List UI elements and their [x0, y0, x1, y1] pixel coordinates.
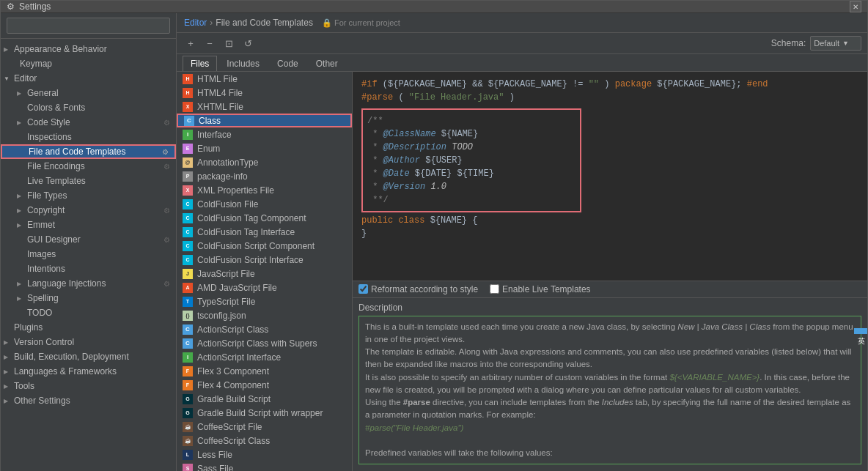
tab-code[interactable]: Code: [269, 56, 306, 71]
file-item-flex3[interactable]: F Flex 3 Component: [177, 364, 352, 378]
sidebar-item-langs-frameworks[interactable]: ▶ Languages & Frameworks: [1, 364, 176, 379]
sidebar-item-copyright[interactable]: ▶ Copyright ⚙: [1, 203, 176, 218]
add-button[interactable]: +: [183, 36, 199, 51]
sidebar-item-lang-injections[interactable]: ▶ Language Injections ⚙: [1, 276, 176, 291]
file-item-cf-script-int[interactable]: C ColdFusion Script Interface: [177, 253, 352, 267]
tab-files[interactable]: Files: [183, 56, 217, 71]
for-project-badge: 🔒 For current project: [322, 18, 400, 28]
file-item-as-class-supers[interactable]: C ActionScript Class with Supers: [177, 336, 352, 350]
reformat-checkbox[interactable]: Reformat according to style: [358, 284, 478, 294]
file-item-ts[interactable]: T TypeScript File: [177, 294, 352, 308]
tab-includes[interactable]: Includes: [218, 56, 268, 71]
titlebar: ⚙ Settings ✕: [1, 1, 867, 13]
file-item-cf-tag-int[interactable]: C ColdFusion Tag Interface: [177, 225, 352, 239]
sidebar-item-live-templates[interactable]: Live Templates: [1, 174, 176, 188]
file-item-cf-file[interactable]: C ColdFusion File: [177, 197, 352, 211]
arrow-appearance: ▶: [4, 46, 11, 53]
reformat-label: Reformat according to style: [371, 284, 478, 294]
file-item-tsconfig[interactable]: {} tsconfig.json: [177, 308, 352, 322]
file-item-package-info[interactable]: P package-info: [177, 169, 352, 183]
code-closing-brace: }: [361, 227, 858, 240]
interface-icon: I: [183, 130, 193, 140]
file-item-as-class[interactable]: C ActionScript Class: [177, 322, 352, 336]
sidebar-item-spelling[interactable]: ▶ Spelling: [1, 291, 176, 305]
file-item-enum[interactable]: E Enum: [177, 141, 352, 155]
sidebar-item-file-code-templates[interactable]: File and Code Templates ⚙: [1, 144, 176, 159]
file-item-js[interactable]: J JavaScript File: [177, 267, 352, 281]
reset-button[interactable]: ↺: [240, 36, 256, 51]
file-item-html4[interactable]: H HTML4 File: [177, 86, 352, 100]
sidebar-item-build[interactable]: ▶ Build, Execution, Deployment: [1, 349, 176, 364]
file-item-flex4[interactable]: F Flex 4 Component: [177, 378, 352, 392]
schema-dropdown[interactable]: Default ▼: [810, 36, 861, 51]
sidebar-item-other-settings[interactable]: ▶ Other Settings: [1, 393, 176, 408]
lang-badge[interactable]: 英: [854, 328, 867, 334]
sidebar-item-tools[interactable]: ▶ Tools: [1, 379, 176, 393]
tab-other[interactable]: Other: [308, 56, 346, 71]
code-line2: #parse ( "File Header.java" ): [361, 91, 858, 104]
coffee-icon: ☕: [183, 422, 193, 432]
sidebar-label-general: General: [27, 88, 59, 98]
file-item-cf-script-comp[interactable]: C ColdFusion Script Component: [177, 239, 352, 253]
content: ▶ Appearance & Behavior Keymap ▼ Editor …: [1, 13, 867, 471]
sidebar-item-vcs[interactable]: ▶ Version Control: [1, 335, 176, 349]
cf-tag-comp-icon: C: [183, 213, 193, 223]
sidebar-item-gui-designer[interactable]: GUI Designer ⚙: [1, 232, 176, 247]
sidebar-label-editor: Editor: [14, 73, 37, 84]
sidebar-item-codestyle[interactable]: ▶ Code Style ⚙: [1, 115, 176, 130]
search-input[interactable]: [7, 18, 170, 34]
file-item-less[interactable]: L Less File: [177, 448, 352, 461]
file-list: H HTML File H HTML4 File X XHTML File: [177, 72, 353, 471]
file-item-coffeescript[interactable]: ☕ CoffeeScript File: [177, 420, 352, 434]
file-item-as-interface[interactable]: I ActionScript Interface: [177, 350, 352, 364]
sidebar-label-live-templates: Live Templates: [27, 176, 86, 186]
as-class-icon: C: [183, 324, 193, 335]
copy-button[interactable]: ⊡: [221, 36, 237, 51]
sidebar-item-inspections[interactable]: Inspections: [1, 130, 176, 144]
flex4-icon: F: [183, 380, 193, 390]
javadoc-version: * @Version 1.0: [367, 180, 575, 193]
description-content: This is a built-in template used each ti…: [358, 316, 861, 465]
file-name-coffeescript-class: CoffeeScript Class: [197, 436, 270, 446]
as-interface-icon: I: [183, 352, 193, 363]
sidebar-item-editor[interactable]: ▼ Editor: [1, 71, 176, 86]
file-name-interface: Interface: [197, 130, 232, 140]
file-item-gradle-wrapper[interactable]: G Gradle Build Script with wrapper: [177, 406, 352, 420]
html-icon: H: [183, 74, 193, 84]
description-label: Description: [358, 303, 861, 313]
sidebar-item-intentions[interactable]: Intentions: [1, 262, 176, 276]
js-icon: J: [183, 269, 193, 279]
sidebar-item-encodings[interactable]: File Encodings ⚙: [1, 159, 176, 174]
code-editor[interactable]: #if (${PACKAGE_NAME} && ${PACKAGE_NAME} …: [353, 72, 867, 281]
sidebar-item-emmet[interactable]: ▶ Emmet: [1, 218, 176, 232]
file-item-gradle[interactable]: G Gradle Build Script: [177, 392, 352, 406]
sidebar-item-general[interactable]: ▶ General: [1, 86, 176, 100]
enable-live-checkbox[interactable]: Enable Live Templates: [490, 284, 591, 294]
sidebar-item-appearance[interactable]: ▶ Appearance & Behavior: [1, 42, 176, 56]
sidebar-item-file-types[interactable]: ▶ File Types: [1, 188, 176, 203]
file-item-sass[interactable]: S Sass File: [177, 461, 352, 471]
file-item-xhtml[interactable]: X XHTML File: [177, 100, 352, 114]
sidebar-item-todo[interactable]: TODO: [1, 305, 176, 320]
close-button[interactable]: ✕: [850, 1, 861, 12]
remove-button[interactable]: −: [202, 36, 218, 51]
sidebar-item-plugins[interactable]: Plugins: [1, 320, 176, 335]
file-item-amd-js[interactable]: A AMD JavaScript File: [177, 281, 352, 294]
enable-live-check-input[interactable]: [490, 284, 499, 294]
reformat-check-input[interactable]: [358, 284, 368, 294]
sidebar-item-keymap[interactable]: Keymap: [1, 56, 176, 71]
javadoc-close: **/: [367, 193, 575, 207]
file-item-annotation[interactable]: @ AnnotationType: [177, 155, 352, 169]
sidebar-item-images[interactable]: Images: [1, 247, 176, 262]
sidebar-item-colors[interactable]: Colors & Fonts: [1, 100, 176, 115]
file-item-interface[interactable]: I Interface: [177, 127, 352, 141]
arrow-file-types: ▶: [17, 193, 24, 199]
file-item-xml-props[interactable]: X XML Properties File: [177, 183, 352, 197]
file-item-coffeescript-class[interactable]: ☕ CoffeeScript Class: [177, 434, 352, 448]
file-name-gradle: Gradle Build Script: [197, 394, 271, 404]
file-item-class[interactable]: C Class: [177, 114, 352, 127]
file-item-html[interactable]: H HTML File: [177, 72, 352, 86]
file-item-cf-tag-comp[interactable]: C ColdFusion Tag Component: [177, 211, 352, 225]
schema-label: Schema:: [771, 38, 806, 48]
arrow-editor: ▼: [4, 75, 11, 82]
